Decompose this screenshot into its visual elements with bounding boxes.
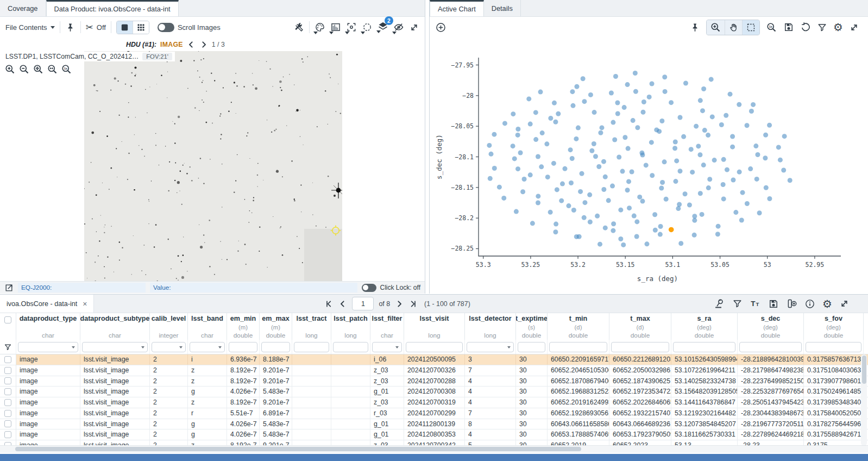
first-page-icon[interactable]	[325, 300, 334, 308]
column-header-s_ra[interactable]: s_ra(deg)double	[671, 313, 738, 340]
filter-input-t_max[interactable]	[611, 342, 669, 352]
row-checkbox[interactable]	[0, 376, 16, 387]
filter-input-em_min[interactable]	[229, 342, 257, 352]
zoom-fit-icon[interactable]	[33, 64, 44, 75]
tab-details[interactable]: Details	[484, 0, 521, 16]
table-tab[interactable]: ivoa.ObsCore - data-int ×	[0, 295, 94, 313]
expand-icon[interactable]	[409, 22, 419, 33]
fits-image-viewer[interactable]: LSST.DP1, LSSTComCam, CC_O_202412… FOV:2…	[0, 51, 425, 281]
filter-icon[interactable]	[0, 340, 16, 354]
zoom-fill-icon[interactable]	[47, 64, 58, 75]
stretch-histogram-icon[interactable]	[330, 22, 341, 33]
click-lock-toggle[interactable]: Click Lock: off	[362, 284, 420, 292]
scatter-plot-svg[interactable]: 53.353.2553.253.1553.153.055352.95−27.95…	[430, 38, 868, 294]
recenter-icon[interactable]	[346, 22, 357, 33]
filter-select-calib_level[interactable]	[152, 342, 186, 352]
filter-input-lsst_patch[interactable]	[333, 342, 368, 352]
column-header-t_max[interactable]: t_max(d)double	[609, 313, 671, 340]
column-header-t_exptime[interactable]: t_exptime(s)double	[516, 313, 548, 340]
tab-coverage[interactable]: Coverage	[0, 0, 46, 16]
target-marker-icon[interactable]	[329, 223, 343, 240]
save-table-icon[interactable]	[768, 298, 779, 309]
table-row[interactable]: imagelsst.visit_image2g4.026e-75.483e-7g…	[0, 429, 868, 440]
filter-input-t_min[interactable]	[549, 342, 607, 352]
column-header-lsst_tract[interactable]: lsst_tractlong	[292, 313, 331, 340]
pin-icon[interactable]	[690, 22, 700, 33]
single-image-view-button[interactable]	[117, 21, 133, 34]
filter-input-em_max[interactable]	[261, 342, 290, 352]
filter-input-s_fov[interactable]	[806, 342, 861, 352]
filter-input-lsst_visit[interactable]	[406, 342, 463, 352]
gear-icon[interactable]: ⚙	[833, 21, 843, 34]
row-checkbox[interactable]	[0, 397, 16, 408]
column-header-em_max[interactable]: em_max(m)double	[260, 313, 292, 340]
table-row[interactable]: imagelsst.visit_image2z8.192e-79.201e-7z…	[0, 397, 868, 408]
filter-select-dataproduct_subtype[interactable]	[82, 342, 148, 352]
row-checkbox[interactable]	[0, 419, 16, 429]
expand-icon[interactable]	[839, 298, 850, 309]
scroll-images-toggle[interactable]: Scroll Images	[158, 23, 221, 32]
column-header-lsst_filter[interactable]: lsst_filterchar	[370, 313, 404, 340]
scatter-points[interactable]	[487, 71, 792, 247]
filter-select-lsst_band[interactable]	[190, 342, 225, 352]
toggle-off-switch[interactable]	[158, 23, 174, 32]
vertical-scrollbar[interactable]	[861, 354, 867, 445]
row-checkbox[interactable]	[0, 387, 16, 397]
filter-select-lsst_detector[interactable]	[467, 342, 514, 352]
color-palette-icon[interactable]	[315, 22, 325, 33]
pin-icon[interactable]	[65, 22, 76, 33]
select-all-checkbox[interactable]	[0, 313, 16, 340]
filter-input-t_exptime[interactable]	[518, 342, 545, 352]
last-page-icon[interactable]	[408, 300, 417, 308]
crop-button[interactable]: ✂ Off	[86, 22, 106, 33]
restore-chart-icon[interactable]	[800, 22, 811, 33]
next-hdu-icon[interactable]	[199, 40, 208, 49]
filter-icon[interactable]	[732, 298, 743, 309]
table-row[interactable]: imagelsst.visit_image2z8.192e-79.201e-7z…	[0, 376, 868, 387]
column-header-em_min[interactable]: em_min(m)double	[227, 313, 260, 340]
column-header-lsst_patch[interactable]: lsst_patchlong	[331, 313, 370, 340]
column-header-lsst_visit[interactable]: lsst_visitlong	[404, 313, 465, 340]
row-checkbox[interactable]	[0, 440, 16, 445]
close-icon[interactable]: ×	[83, 300, 87, 308]
text-view-icon[interactable]: TT	[750, 298, 761, 309]
add-chart-icon[interactable]	[435, 22, 446, 33]
layers-control[interactable]: 2	[378, 21, 388, 34]
column-header-s_fov[interactable]: s_fov(deg)double	[804, 313, 864, 340]
zoom-original-icon[interactable]: 1x	[766, 22, 777, 33]
previous-hdu-icon[interactable]	[187, 40, 196, 49]
filter-icon[interactable]	[817, 22, 827, 33]
tab-data-product[interactable]: Data Product: ivoa.ObsCore - data-int	[46, 0, 179, 16]
column-header-calib_level[interactable]: calib_levelinteger	[150, 313, 188, 340]
previous-page-icon[interactable]	[338, 300, 347, 308]
horizontal-scrollbar[interactable]	[0, 445, 868, 453]
zoom-out-icon[interactable]	[18, 64, 30, 75]
table-row[interactable]: imagelsst.visit_image2g4.026e-75.483e-7g…	[0, 387, 868, 397]
column-header-dataproduct_subtype[interactable]: dataproduct_subtypechar	[80, 313, 150, 340]
highlighted-point[interactable]	[669, 227, 674, 233]
file-contents-dropdown[interactable]: File Contents	[5, 23, 55, 32]
toggle-off-switch[interactable]	[362, 284, 376, 292]
page-number-input[interactable]	[352, 297, 374, 310]
table-row[interactable]: imagelsst.visit_image2r5.51e-76.891e-7r_…	[0, 408, 868, 419]
table-row[interactable]: imagelsst.visit_image2z8.192e-79.201e-7z…	[0, 440, 868, 445]
table-row[interactable]: imagelsst.visit_image2g4.026e-75.483e-7g…	[0, 419, 868, 430]
column-header-t_min[interactable]: t_min(d)double	[548, 313, 609, 340]
row-checkbox[interactable]	[0, 429, 16, 440]
zoom-in-icon[interactable]	[4, 64, 16, 75]
fits-image[interactable]	[84, 51, 342, 281]
tab-active-chart[interactable]: Active Chart	[430, 0, 484, 16]
row-checkbox[interactable]	[0, 354, 16, 365]
column-header-lsst_band[interactable]: lsst_bandchar	[188, 313, 227, 340]
grid-image-view-button[interactable]	[133, 21, 149, 34]
filter-select-dataproduct_type[interactable]	[18, 342, 78, 352]
next-page-icon[interactable]	[395, 300, 404, 308]
table-row[interactable]: imagelsst.visit_image2z8.192e-79.201e-7z…	[0, 365, 868, 376]
table-row[interactable]: imagelsst.visit_image2i6.936e-78.188e-7i…	[0, 354, 868, 365]
info-icon[interactable]	[804, 298, 815, 309]
hide-layers-icon[interactable]	[393, 22, 404, 33]
save-chart-icon[interactable]	[783, 22, 794, 33]
filter-input-lsst_tract[interactable]	[294, 342, 329, 352]
scrollbar-thumb[interactable]	[15, 447, 581, 451]
filter-input-s_dec[interactable]	[739, 342, 802, 352]
